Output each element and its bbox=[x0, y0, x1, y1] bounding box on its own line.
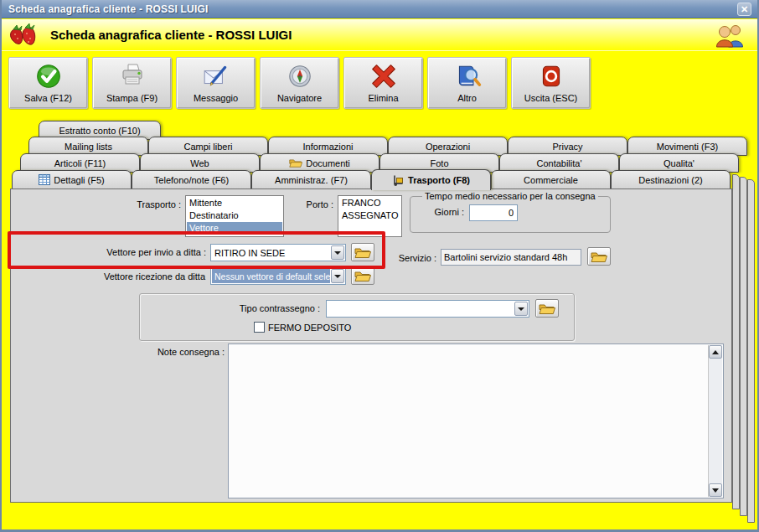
fermo-deposito-checkbox[interactable] bbox=[254, 322, 265, 333]
printer-icon bbox=[93, 61, 171, 91]
window-title: Scheda anagrafica cliente - ROSSI LUIGI bbox=[2, 3, 209, 15]
tab-label: Qualita' bbox=[663, 158, 694, 168]
tab-label: Documenti bbox=[306, 158, 350, 168]
giorni-input[interactable] bbox=[469, 204, 518, 221]
toolbar-button-label: Stampa (F9) bbox=[93, 93, 171, 103]
page-title: Scheda anagrafica cliente - ROSSI LUIGI bbox=[50, 28, 292, 42]
tab-label: Web bbox=[190, 158, 209, 168]
vettore-ricezione-folder-button[interactable] bbox=[351, 266, 374, 285]
tab-label: Trasporto (F8) bbox=[408, 175, 470, 185]
folder-icon bbox=[539, 302, 555, 315]
tipo-contrassegno-folder-button[interactable] bbox=[535, 299, 559, 318]
tab-label: Foto bbox=[430, 158, 448, 168]
vettore-ricezione-combobox[interactable]: Nessun vettore di default selezionato bbox=[210, 267, 346, 285]
folder-icon bbox=[354, 270, 371, 282]
tempo-consegna-legend: Tempo medio necessario per la consegna bbox=[422, 191, 598, 201]
elimina-button[interactable]: Elimina bbox=[343, 57, 423, 109]
strawberry-icon bbox=[8, 22, 44, 49]
save-check-icon bbox=[9, 61, 87, 91]
app-header: Scheda anagrafica cliente - ROSSI LUIGI bbox=[2, 19, 757, 51]
list-item[interactable]: FRANCO bbox=[339, 197, 400, 209]
tab-label: Commerciale bbox=[524, 175, 578, 185]
vettore-invio-label: Vettore per invio a ditta : bbox=[78, 247, 206, 257]
book-magnifier-icon bbox=[428, 61, 506, 91]
tab-label: Mailing lists bbox=[65, 142, 112, 152]
stacked-page-edge bbox=[740, 177, 747, 516]
tab-destinazioni[interactable]: Destinazioni (2) bbox=[611, 170, 731, 189]
toolbar-button-label: Salva (F12) bbox=[9, 93, 87, 103]
chevron-down-icon[interactable] bbox=[331, 269, 344, 283]
uscita-button[interactable]: Uscita (ESC) bbox=[511, 57, 591, 109]
red-x-icon bbox=[344, 61, 422, 91]
chevron-down-icon[interactable] bbox=[331, 245, 344, 260]
servizio-folder-button[interactable] bbox=[587, 247, 611, 266]
list-item[interactable]: ASSEGNATO bbox=[339, 209, 400, 222]
tipo-contrassegno-label: Tipo contrassegno : bbox=[157, 303, 320, 313]
scroll-down-icon[interactable] bbox=[709, 483, 722, 497]
list-item[interactable]: Mittente bbox=[187, 197, 282, 209]
toolbar-button-label: Elimina bbox=[344, 93, 422, 103]
toolbar-button-label: Messaggio bbox=[177, 93, 255, 103]
tab-label: Telefono/note (F6) bbox=[154, 175, 229, 185]
tab-amministraz[interactable]: Amministraz. (F7) bbox=[251, 170, 371, 189]
chevron-down-icon[interactable] bbox=[514, 302, 528, 316]
titlebar: Scheda anagrafica cliente - ROSSI LUIGI … bbox=[2, 0, 757, 18]
users-icon[interactable] bbox=[715, 23, 746, 48]
app-window: Scheda anagrafica cliente - ROSSI LUIGI … bbox=[0, 0, 759, 532]
navigatore-button[interactable]: Navigatore bbox=[260, 57, 339, 109]
note-consegna-textarea[interactable] bbox=[228, 343, 724, 498]
messaggio-button[interactable]: Messaggio bbox=[176, 57, 256, 109]
contrassegno-groupbox: Tipo contrassegno : FERMO DEPOSITO bbox=[139, 293, 575, 341]
giorni-label: Giorni : bbox=[426, 207, 464, 217]
envelope-pen-icon bbox=[177, 61, 255, 91]
tab-label: Articoli (F11) bbox=[54, 158, 106, 168]
combobox-value: RITIRO IN SEDE bbox=[212, 245, 330, 260]
trolley-icon bbox=[392, 175, 405, 186]
tab-label: Campi liberi bbox=[183, 142, 232, 152]
tab-label: Operazioni bbox=[426, 142, 470, 152]
servizio-label: Servizio : bbox=[388, 253, 436, 263]
tab-trasporto-active[interactable]: Trasporto (F8) bbox=[371, 169, 491, 190]
tab-label: Amministraz. (F7) bbox=[275, 175, 348, 185]
compass-icon bbox=[261, 61, 338, 91]
combobox-value-selected: Nessun vettore di default selezionato bbox=[212, 269, 330, 283]
tab-commerciale[interactable]: Commerciale bbox=[491, 170, 611, 189]
toolbar-button-label: Altro bbox=[428, 93, 506, 103]
porto-label: Porto : bbox=[293, 199, 333, 209]
stampa-button[interactable]: Stampa (F9) bbox=[92, 57, 172, 109]
power-icon bbox=[512, 61, 590, 91]
tempo-consegna-fieldset: Tempo medio necessario per la consegna G… bbox=[410, 191, 611, 233]
combobox-value bbox=[328, 302, 514, 316]
tipo-contrassegno-combobox[interactable] bbox=[326, 300, 529, 318]
trasporto-listbox[interactable]: Mittente Destinatario Vettore bbox=[185, 195, 284, 237]
stacked-page-edge bbox=[747, 179, 755, 523]
list-item-selected[interactable]: Vettore bbox=[187, 222, 282, 235]
vettore-ricezione-label: Vettore ricezione da ditta bbox=[54, 271, 205, 281]
toolbar-button-label: Uscita (ESC) bbox=[512, 93, 590, 103]
close-button[interactable]: ✕ bbox=[737, 3, 751, 16]
vettore-invio-combobox[interactable]: RITIRO IN SEDE bbox=[210, 244, 346, 261]
servizio-field: Bartolini servizio standard 48h bbox=[441, 249, 581, 266]
vettore-invio-folder-button[interactable] bbox=[351, 243, 374, 261]
table-icon bbox=[39, 174, 50, 185]
vertical-scrollbar[interactable] bbox=[708, 345, 722, 497]
tab-dettagli[interactable]: Dettagli (F5) bbox=[12, 170, 132, 189]
salva-button[interactable]: Salva (F12) bbox=[8, 57, 88, 109]
tab-label: Dettagli (F5) bbox=[54, 175, 105, 185]
toolbar-button-label: Navigatore bbox=[261, 93, 338, 103]
porto-listbox[interactable]: FRANCO ASSEGNATO bbox=[338, 195, 402, 237]
tab-label: Movimenti (F3) bbox=[657, 142, 718, 152]
scroll-up-icon[interactable] bbox=[709, 345, 722, 359]
tab-label: Destinazioni (2) bbox=[638, 175, 702, 185]
folder-icon bbox=[289, 158, 302, 168]
folder-icon bbox=[354, 246, 371, 259]
stacked-page-edge bbox=[732, 174, 740, 509]
altro-button[interactable]: Altro bbox=[427, 57, 507, 109]
tab-label: Privacy bbox=[552, 142, 582, 152]
tab-label: Contabilita' bbox=[536, 158, 581, 168]
trasporto-label: Trasporto : bbox=[86, 199, 181, 209]
tab-label: Estratto conto (F10) bbox=[59, 126, 140, 136]
note-consegna-label: Note consegna : bbox=[103, 347, 225, 357]
list-item[interactable]: Destinatario bbox=[187, 209, 282, 222]
tab-telefono-note[interactable]: Telefono/note (F6) bbox=[132, 170, 251, 189]
